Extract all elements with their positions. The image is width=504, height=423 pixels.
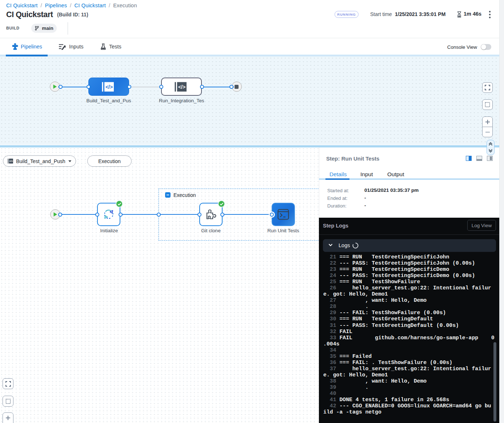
svg-text:</>: </> (178, 84, 185, 90)
svg-text:</>: </> (105, 84, 113, 90)
svg-text:</>: </> (9, 160, 13, 162)
